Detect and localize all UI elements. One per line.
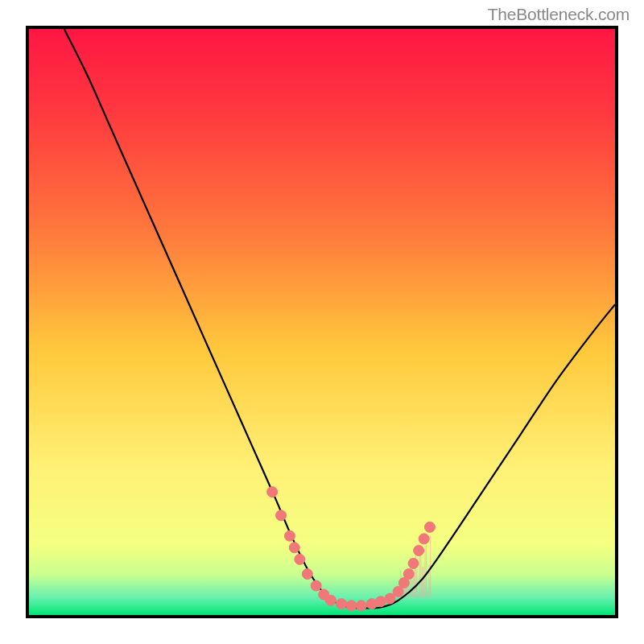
data-marker [311, 580, 321, 591]
data-marker [346, 601, 357, 611]
chart-background [29, 29, 615, 615]
data-marker [403, 569, 414, 580]
chart-container: TheBottleneck.com [0, 0, 644, 644]
data-marker [267, 487, 278, 497]
data-marker [414, 545, 424, 555]
data-marker [336, 599, 347, 609]
plot-frame [26, 26, 618, 618]
data-marker [289, 543, 299, 553]
data-marker [375, 597, 386, 607]
data-marker [385, 593, 395, 604]
data-marker [408, 558, 419, 568]
chart-svg [29, 29, 615, 615]
data-marker [276, 510, 287, 521]
data-marker [424, 522, 435, 532]
data-marker [356, 601, 366, 611]
data-marker [419, 534, 429, 544]
data-marker [302, 569, 312, 580]
data-marker [325, 595, 336, 605]
watermark-text: TheBottleneck.com [488, 5, 630, 24]
data-marker [295, 554, 305, 564]
data-marker [284, 530, 295, 541]
